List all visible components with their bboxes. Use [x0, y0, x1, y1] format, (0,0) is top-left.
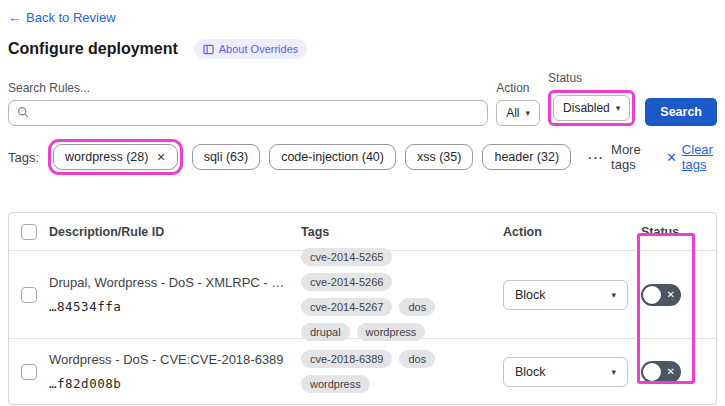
select-all-checkbox[interactable] [21, 224, 37, 240]
rule-action-cell: Block ▾ [503, 280, 641, 310]
table-row: Wordpress - DoS - CVE:CVE-2018-6389 …f82… [9, 339, 716, 404]
rule-description: Wordpress - DoS - CVE:CVE-2018-6389 [49, 352, 291, 369]
rule-action-select[interactable]: Block ▾ [503, 357, 628, 387]
toggle-knob [643, 363, 661, 381]
configure-deployment-page: ← Back to Review Configure deployment Ab… [0, 0, 725, 406]
tag-pill-header[interactable]: header (32) [482, 144, 571, 170]
status-filter-value: Disabled [563, 101, 610, 115]
chevron-down-icon: ▾ [611, 290, 616, 300]
tag-pill-xss[interactable]: xss (35) [405, 144, 473, 170]
search-button[interactable]: Search [645, 98, 717, 126]
header-status: Status [641, 225, 716, 239]
clear-tags-icon: ✕ [666, 150, 677, 165]
rule-tag-chip: wordpress [301, 375, 370, 393]
toggle-knob [643, 286, 661, 304]
book-icon [203, 44, 214, 55]
rule-description: Drupal, Wordpress - DoS - XMLRPC - CVE:C… [49, 275, 291, 292]
header-tags: Tags [301, 225, 503, 239]
search-icon [17, 104, 29, 122]
rule-status-toggle[interactable]: ✕ [641, 361, 681, 383]
tags-bar-label: Tags: [8, 150, 39, 165]
title-row: Configure deployment About Overrides [8, 39, 717, 59]
remove-tag-icon[interactable]: ✕ [156, 151, 165, 164]
row-checkbox[interactable] [21, 287, 37, 303]
tags-bar: Tags: wordpress (28) ✕ sqli (63) code-in… [8, 139, 717, 175]
rule-status-toggle[interactable]: ✕ [641, 284, 681, 306]
rule-status-cell: ✕ [641, 284, 716, 306]
rule-tag-chip: cve-2014-5267 [301, 298, 392, 316]
rule-tag-chip: cve-2018-6389 [301, 350, 392, 368]
search-rules-input[interactable] [35, 105, 479, 121]
about-overrides-label: About Overrides [219, 43, 298, 55]
rule-action-value: Block [515, 365, 546, 379]
header-checkbox-cell [9, 224, 49, 240]
header-description: Description/Rule ID [49, 225, 301, 239]
rule-tag-chip: cve-2014-5265 [301, 248, 392, 266]
table-row: Drupal, Wordpress - DoS - XMLRPC - CVE:C… [9, 251, 716, 339]
more-tags-label: More tags [611, 142, 643, 172]
action-filter-label: Action [496, 81, 540, 95]
row-checkbox-cell [9, 287, 49, 303]
chevron-down-icon: ▾ [611, 367, 616, 377]
toggle-off-icon: ✕ [667, 290, 675, 300]
status-filter-select[interactable]: Disabled ▾ [553, 95, 630, 121]
toggle-off-icon: ✕ [667, 367, 675, 377]
header-action: Action [503, 225, 641, 239]
more-tags-button[interactable]: ··· More tags [588, 142, 643, 172]
status-filter-highlight: Disabled ▾ [548, 90, 635, 126]
back-arrow-icon: ← [8, 10, 21, 25]
clear-tags-label: Clear tags [682, 142, 717, 172]
action-filter-select[interactable]: All ▾ [496, 100, 540, 126]
rule-tags-cell: cve-2014-5265 cve-2014-5266 cve-2014-526… [301, 248, 503, 341]
rule-action-value: Block [515, 288, 546, 302]
rule-tags-cell: cve-2018-6389 dos wordpress [301, 350, 503, 393]
status-filter-label: Status [548, 71, 635, 85]
rule-description-cell: Wordpress - DoS - CVE:CVE-2018-6389 …f82… [49, 352, 301, 391]
rule-action-select[interactable]: Block ▾ [503, 280, 628, 310]
action-filter-group: Action All ▾ [496, 81, 540, 126]
rule-id: …84534ffa [49, 299, 291, 314]
ellipsis-icon: ··· [588, 150, 604, 165]
rule-status-cell: ✕ [641, 361, 716, 383]
selected-tag-highlight: wordpress (28) ✕ [48, 139, 183, 175]
tag-pill-sqli[interactable]: sqli (63) [192, 144, 260, 170]
rule-id: …f82d008b [49, 376, 291, 391]
rules-table: Description/Rule ID Tags Action Status D… [8, 212, 717, 405]
rule-tag-chip: dos [399, 350, 435, 368]
rule-tag-chip: cve-2014-5266 [301, 273, 392, 291]
table-header-row: Description/Rule ID Tags Action Status [9, 213, 716, 251]
rule-description-cell: Drupal, Wordpress - DoS - XMLRPC - CVE:C… [49, 275, 301, 314]
chevron-down-icon: ▾ [526, 108, 531, 118]
search-rules-box [8, 100, 488, 126]
tag-pill-code-injection[interactable]: code-injection (40) [269, 144, 396, 170]
rule-tag-chip: wordpress [357, 323, 426, 341]
back-link-label: Back to Review [26, 10, 116, 25]
rule-tag-chip: drupal [301, 323, 350, 341]
about-overrides-badge[interactable]: About Overrides [194, 39, 307, 59]
rule-action-cell: Block ▾ [503, 357, 641, 387]
status-filter-group: Status Disabled ▾ [548, 71, 635, 126]
row-checkbox-cell [9, 364, 49, 380]
clear-tags-button[interactable]: ✕ Clear tags [666, 142, 717, 172]
tag-pill-label: wordpress (28) [65, 150, 148, 164]
page-title: Configure deployment [8, 40, 178, 58]
row-checkbox[interactable] [21, 364, 37, 380]
rule-tag-chip: dos [399, 298, 435, 316]
search-rules-label: Search Rules... [8, 81, 488, 95]
search-rules-group: Search Rules... [8, 81, 488, 126]
action-filter-value: All [506, 106, 519, 120]
chevron-down-icon: ▾ [616, 103, 621, 113]
tag-pill-wordpress[interactable]: wordpress (28) ✕ [53, 144, 178, 170]
filter-bar: Search Rules... Action All ▾ Status Disa… [8, 71, 717, 126]
back-to-review-link[interactable]: ← Back to Review [8, 10, 116, 25]
